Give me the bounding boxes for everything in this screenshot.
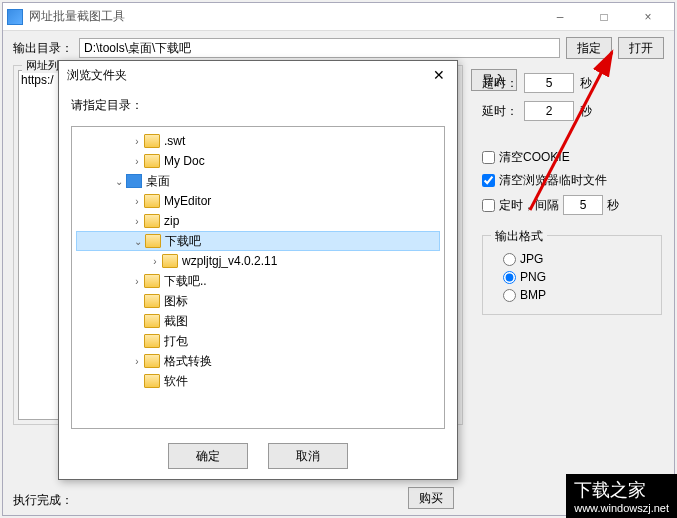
dialog-titlebar: 浏览文件夹 ✕ — [59, 61, 457, 89]
dialog-buttons: 确定 取消 — [59, 433, 457, 479]
timer-suffix: 秒 — [607, 197, 619, 214]
locate-button[interactable]: 指定 — [566, 37, 612, 59]
close-button[interactable]: × — [626, 3, 670, 31]
timeout-label: 超时： — [482, 75, 518, 92]
clear-temp-checkline: 清空浏览器临时文件 — [482, 172, 662, 189]
tree-item-label: .swt — [164, 134, 185, 148]
tree-item-label: 截图 — [164, 313, 188, 330]
tree-item[interactable]: ⌄桌面 — [76, 171, 440, 191]
tree-item-label: 软件 — [164, 373, 188, 390]
expand-arrow-icon[interactable]: › — [130, 136, 144, 147]
browse-folder-dialog: 浏览文件夹 ✕ 请指定目录： ›.swt›My Doc⌄桌面›MyEditor›… — [58, 60, 458, 480]
format-png[interactable]: PNG — [503, 270, 641, 284]
expand-arrow-icon[interactable]: › — [130, 196, 144, 207]
tree-item[interactable]: 软件 — [76, 371, 440, 391]
buy-button[interactable]: 购买 — [408, 487, 454, 509]
tree-item[interactable]: ›MyEditor — [76, 191, 440, 211]
tree-item[interactable]: ⌄下载吧 — [76, 231, 440, 251]
delay-row: 延时： 秒 — [482, 101, 662, 121]
format-jpg[interactable]: JPG — [503, 252, 641, 266]
timer-checkbox[interactable] — [482, 199, 495, 212]
output-format-box: 输出格式 JPG PNG BMP — [482, 235, 662, 315]
tree-item-label: 桌面 — [146, 173, 170, 190]
delay-input[interactable] — [524, 101, 574, 121]
folder-icon — [144, 354, 160, 368]
folder-icon — [144, 334, 160, 348]
clear-cookie-checkline: 清空COOKIE — [482, 149, 662, 166]
output-dir-label: 输出目录： — [13, 40, 73, 57]
clear-cookie-label: 清空COOKIE — [499, 149, 570, 166]
folder-icon — [144, 154, 160, 168]
dialog-ok-button[interactable]: 确定 — [168, 443, 248, 469]
output-dir-input[interactable] — [79, 38, 560, 58]
folder-icon — [144, 274, 160, 288]
expand-arrow-icon[interactable]: › — [130, 356, 144, 367]
folder-icon — [144, 194, 160, 208]
folder-icon — [162, 254, 178, 268]
tree-item[interactable]: ›zip — [76, 211, 440, 231]
folder-icon — [126, 174, 142, 188]
url-sample: https:/ — [21, 73, 54, 87]
app-icon — [7, 9, 23, 25]
maximize-button[interactable]: □ — [582, 3, 626, 31]
dialog-cancel-button[interactable]: 取消 — [268, 443, 348, 469]
tree-item-label: zip — [164, 214, 179, 228]
timeout-unit: 秒 — [580, 75, 592, 92]
format-bmp[interactable]: BMP — [503, 288, 641, 302]
tree-item-label: 图标 — [164, 293, 188, 310]
output-format-legend: 输出格式 — [491, 228, 547, 245]
timer-checkline: 定时，间隔 秒 — [482, 195, 662, 215]
expand-arrow-icon[interactable]: › — [130, 276, 144, 287]
watermark-url: www.windowszj.net — [574, 502, 669, 514]
radio-bmp[interactable] — [503, 289, 516, 302]
folder-icon — [144, 134, 160, 148]
dialog-title: 浏览文件夹 — [67, 67, 429, 84]
dialog-close-button[interactable]: ✕ — [429, 65, 449, 85]
tree-item-label: 格式转换 — [164, 353, 212, 370]
tree-item[interactable]: ›格式转换 — [76, 351, 440, 371]
tree-item-label: 下载吧 — [165, 233, 201, 250]
window-title: 网址批量截图工具 — [29, 8, 538, 25]
delay-label: 延时： — [482, 103, 518, 120]
tree-item[interactable]: 打包 — [76, 331, 440, 351]
tree-item-label: My Doc — [164, 154, 205, 168]
radio-png[interactable] — [503, 271, 516, 284]
open-button[interactable]: 打开 — [618, 37, 664, 59]
expand-arrow-icon[interactable]: › — [130, 216, 144, 227]
folder-icon — [144, 374, 160, 388]
tree-item-label: MyEditor — [164, 194, 211, 208]
tree-item[interactable]: ›wzpljtgj_v4.0.2.11 — [76, 251, 440, 271]
tree-item[interactable]: 图标 — [76, 291, 440, 311]
dialog-prompt: 请指定目录： — [59, 89, 457, 122]
folder-tree[interactable]: ›.swt›My Doc⌄桌面›MyEditor›zip⌄下载吧›wzpljtg… — [71, 126, 445, 429]
tree-item-label: wzpljtgj_v4.0.2.11 — [182, 254, 277, 268]
titlebar: 网址批量截图工具 – □ × — [3, 3, 674, 31]
timer-prefix: 定时，间隔 — [499, 197, 559, 214]
expand-arrow-icon[interactable]: ⌄ — [112, 176, 126, 187]
timeout-row: 超时： 秒 — [482, 73, 662, 93]
delay-unit: 秒 — [580, 103, 592, 120]
expand-arrow-icon[interactable]: › — [130, 156, 144, 167]
watermark: 下载之家 www.windowszj.net — [566, 474, 677, 518]
tree-item[interactable]: ›My Doc — [76, 151, 440, 171]
timer-input[interactable] — [563, 195, 603, 215]
watermark-text: 下载之家 — [574, 480, 646, 500]
tree-item[interactable]: 截图 — [76, 311, 440, 331]
status-label: 执行完成： — [13, 492, 73, 509]
folder-icon — [144, 294, 160, 308]
clear-temp-label: 清空浏览器临时文件 — [499, 172, 607, 189]
tree-item-label: 打包 — [164, 333, 188, 350]
folder-icon — [145, 234, 161, 248]
clear-cookie-checkbox[interactable] — [482, 151, 495, 164]
folder-icon — [144, 214, 160, 228]
expand-arrow-icon[interactable]: › — [148, 256, 162, 267]
tree-item[interactable]: ›下载吧.. — [76, 271, 440, 291]
tree-item-label: 下载吧.. — [164, 273, 207, 290]
timeout-input[interactable] — [524, 73, 574, 93]
minimize-button[interactable]: – — [538, 3, 582, 31]
expand-arrow-icon[interactable]: ⌄ — [131, 236, 145, 247]
clear-temp-checkbox[interactable] — [482, 174, 495, 187]
tree-item[interactable]: ›.swt — [76, 131, 440, 151]
radio-jpg[interactable] — [503, 253, 516, 266]
right-panel: 超时： 秒 延时： 秒 清空COOKIE 清空浏览器临时文件 定时，间隔 秒 输… — [482, 73, 662, 315]
